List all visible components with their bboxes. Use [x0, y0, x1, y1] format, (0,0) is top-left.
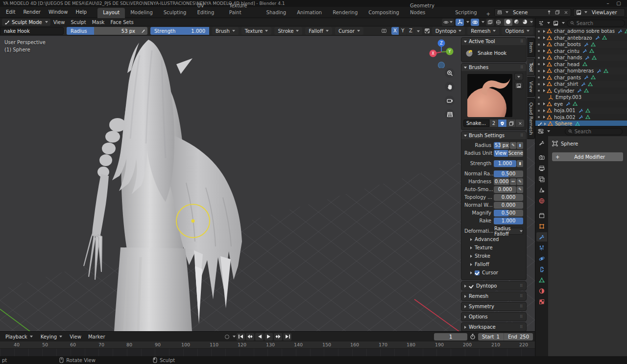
play-button[interactable] [265, 333, 273, 340]
dyntopo-dropdown[interactable]: Dyntopo [432, 27, 465, 35]
overlays-chevron-icon[interactable] [482, 21, 484, 23]
modifier-wrench-icon[interactable] [577, 88, 582, 93]
options-panel-header[interactable]: Options⠿ [461, 312, 527, 321]
tab-world[interactable] [536, 196, 547, 205]
workspace-tab-texture-paint[interactable]: Texture Paint [224, 1, 261, 18]
mode-selector[interactable]: Sculpt Mode [2, 19, 50, 26]
normal-radius-slider[interactable]: 0.500 [494, 170, 523, 177]
cursor-checkbox[interactable] [475, 270, 480, 275]
expand-icon[interactable] [543, 89, 545, 92]
workspace-panel-header[interactable]: Workspace⠿ [461, 322, 527, 331]
workspace-tab-rendering[interactable]: Rendering [327, 8, 363, 18]
advanced-subpanel[interactable]: Advanced [463, 235, 524, 243]
expand-icon[interactable] [543, 49, 545, 52]
add-modifier-button[interactable]: + Add Modifier [552, 152, 623, 161]
outliner-search[interactable] [567, 20, 625, 27]
shading-rendered-icon[interactable] [521, 19, 529, 26]
keying-chevron-icon[interactable] [233, 336, 236, 338]
outliner-row[interactable]: char_antebrazo [535, 35, 627, 42]
menu-view[interactable]: View [50, 20, 68, 25]
dyntopo-checkbox[interactable] [425, 28, 430, 33]
timeline-view-menu[interactable]: View [67, 334, 84, 340]
options-dropdown[interactable]: Options [502, 27, 533, 35]
fake-user-shield-icon[interactable] [498, 120, 506, 127]
modifier-wrench-icon[interactable] [579, 115, 583, 120]
workspace-tab-uv-editing[interactable]: UV Editing [192, 1, 223, 18]
workspace-tab-modeling[interactable]: Modeling [125, 8, 158, 18]
zoom-icon[interactable] [445, 68, 455, 78]
expand-icon[interactable] [543, 43, 545, 46]
xray-toggle[interactable] [486, 19, 494, 26]
timeline-tracks[interactable] [0, 349, 535, 356]
playback-menu[interactable]: Playback [2, 333, 36, 340]
navigation-gizmo[interactable]: Z X Y [425, 37, 457, 68]
normal-weight-slider[interactable]: 0.000 [494, 202, 523, 209]
mesh-data-icon[interactable] [585, 115, 590, 120]
tab-constraints[interactable] [536, 265, 547, 274]
outliner-filter-icon[interactable] [552, 20, 559, 26]
properties-editor-chevron-icon[interactable] [547, 130, 550, 132]
keying-menu[interactable]: Keying [37, 333, 66, 340]
modifier-wrench-icon[interactable] [584, 75, 589, 80]
shading-wireframe-icon[interactable] [496, 20, 504, 25]
strength-pressure-icon[interactable]: ▮ [517, 160, 523, 167]
symmetry-chevron[interactable] [415, 27, 422, 35]
deformation-dropdown[interactable]: Radius Falloff [494, 228, 523, 235]
tab-object-data[interactable] [536, 275, 547, 285]
timeline-ruler[interactable]: 40 50 60 70 80 90 100 110 120 130 140 15… [0, 341, 535, 349]
symmetry-y-button[interactable]: Y [399, 27, 407, 35]
overlays-toggle[interactable] [471, 19, 479, 26]
scene-browse-chevron-icon[interactable] [506, 11, 508, 13]
viewlayer-browse-chevron-icon[interactable] [584, 11, 587, 13]
properties-search[interactable] [565, 128, 623, 135]
mesh-data-icon[interactable] [602, 35, 607, 40]
hardness-slider[interactable]: 0.000 [494, 178, 509, 185]
mesh-data-icon[interactable] [582, 62, 587, 67]
timeline-marker-menu[interactable]: Marker [85, 334, 108, 340]
tab-particles[interactable] [536, 243, 547, 252]
outliner-search-input[interactable] [577, 21, 622, 26]
modifier-wrench-icon[interactable] [595, 35, 600, 40]
gizmos-chevron-icon[interactable] [466, 21, 469, 23]
sidebar-tab-tool[interactable]: Tool [527, 58, 535, 76]
brush-dropdown[interactable]: Brush [212, 27, 239, 35]
outliner-row[interactable]: hoja.002 [535, 114, 627, 121]
symmetry-x-button[interactable]: X [391, 27, 399, 35]
sidebar-tab-item[interactable]: Item [527, 38, 535, 57]
sidebar-tab-view[interactable]: View [527, 77, 535, 97]
menu-edit[interactable]: Edit [2, 7, 19, 18]
shading-solid-icon[interactable] [504, 19, 512, 26]
play-reverse-button[interactable] [255, 333, 264, 340]
expand-icon[interactable] [543, 56, 545, 59]
jump-to-end-button[interactable] [283, 333, 291, 340]
shading-material-icon[interactable] [512, 19, 521, 26]
mesh-data-icon[interactable] [585, 108, 590, 113]
menu-help[interactable]: Help [72, 7, 91, 18]
brush-asset-icon[interactable] [514, 82, 523, 89]
mesh-data-icon[interactable] [591, 42, 596, 47]
use-preview-range-icon[interactable] [469, 333, 476, 340]
tab-object[interactable] [536, 221, 547, 231]
modifier-wrench-icon[interactable] [579, 108, 583, 113]
brush-preview-image[interactable] [467, 74, 512, 117]
tab-texture[interactable] [536, 297, 547, 306]
tab-scene[interactable] [536, 185, 547, 194]
expand-icon[interactable] [543, 116, 545, 119]
brush-name-field[interactable]: nake Hook [0, 27, 64, 35]
expand-icon[interactable] [543, 36, 545, 39]
viewlayer-icon[interactable] [575, 9, 582, 16]
outliner-mode-chevron-icon[interactable] [547, 22, 550, 24]
brush-name-input[interactable]: Snake... [463, 120, 489, 127]
outliner-row[interactable]: Cylinder [535, 88, 627, 95]
dyntopo-panel-checkbox[interactable] [469, 284, 474, 289]
visibility-dropdown[interactable] [442, 19, 454, 26]
hardness-invert-icon[interactable]: ↔ [510, 178, 516, 185]
brush-settings-panel-header[interactable]: Brush Settings ⠿ [461, 132, 526, 139]
tab-material[interactable] [536, 286, 547, 295]
cursor-dropdown[interactable]: Cursor [335, 27, 363, 35]
workspace-tab-layout[interactable]: Layout [97, 8, 125, 18]
shading-chevron-icon[interactable] [530, 21, 533, 23]
viewport-3d[interactable]: User Perspective (1) Sphere Z X Y [0, 36, 535, 331]
modifier-wrench-icon[interactable] [585, 55, 590, 60]
end-frame-field[interactable]: End250 [504, 333, 533, 340]
